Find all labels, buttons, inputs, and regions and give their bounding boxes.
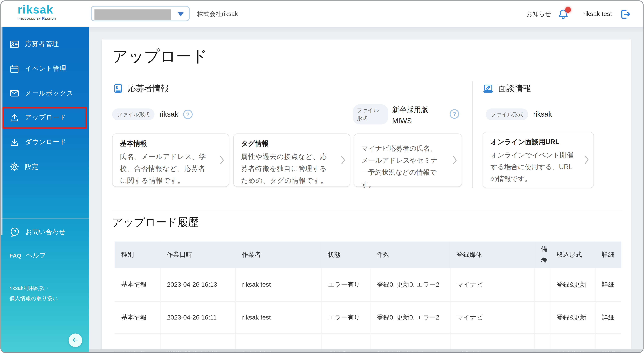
col-header-counts: 件数 bbox=[370, 241, 450, 268]
cell-note bbox=[534, 268, 550, 302]
tag-info-card[interactable]: タグ情報 属性や過去の接点など、応募者特徴を独自に管理するための、タグの情報です… bbox=[233, 133, 350, 187]
main-area: アップロード 応募者情報 bbox=[89, 27, 643, 352]
chevron-right-icon bbox=[339, 154, 347, 165]
col-header-status: 状態 bbox=[321, 241, 370, 268]
notification-badge-dot bbox=[565, 7, 571, 12]
col-header-media: 登録媒体 bbox=[450, 241, 534, 268]
recruit-logo-mark: R bbox=[42, 16, 45, 20]
table-row: 基本情報 2023-04-26 16:11 riksak test エラー有り … bbox=[114, 302, 621, 334]
notice-label: お知らせ bbox=[526, 10, 551, 18]
col-header-type: 種別 bbox=[114, 241, 160, 268]
riksak-logo: riksak PRODUCED BY RECRUIT bbox=[18, 4, 57, 20]
calendar-icon bbox=[10, 64, 20, 74]
notification-bell-button[interactable] bbox=[558, 8, 570, 20]
cell-datetime: 2023-04-26 16:13 bbox=[160, 268, 235, 302]
upload-history-title: アップロード履歴 bbox=[112, 215, 199, 230]
faq-icon: FAQ bbox=[10, 252, 20, 258]
sidebar-item-download[interactable]: ダウンロード bbox=[1, 130, 89, 154]
sidebar-item-mailbox[interactable]: メールボックス bbox=[1, 81, 89, 106]
horizontal-scrollbar[interactable] bbox=[89, 348, 643, 352]
interview-info-section-header: 面談情報 bbox=[482, 83, 531, 94]
sidebar-item-upload[interactable]: アップロード bbox=[1, 106, 89, 130]
redacted-select-value bbox=[94, 9, 171, 20]
sidebar-divider bbox=[1, 218, 89, 218]
cell-status: エラー有り bbox=[321, 302, 370, 334]
header-right-cluster: お知らせ riksak test bbox=[526, 1, 631, 27]
sidebar-item-events[interactable]: イベント管理 bbox=[1, 56, 89, 81]
col-header-operator: 作業者 bbox=[235, 241, 321, 268]
basic-info-card[interactable]: 基本情報 氏名、メールアドレス、学校、合否情報など、応募者に関する情報です。 bbox=[112, 133, 229, 187]
download-icon bbox=[10, 137, 20, 147]
cell-type: 基本情報 bbox=[114, 302, 160, 334]
file-format-value: riksak bbox=[159, 110, 178, 118]
col-header-format: 取込形式 bbox=[550, 241, 595, 268]
mail-icon bbox=[10, 88, 20, 98]
produced-by-text: PRODUCED BY RECRUIT bbox=[18, 17, 57, 20]
question-bubble-icon: ? bbox=[10, 227, 20, 237]
card-body: オンラインでイベント開催する場合に使用する、URLの情報です。 bbox=[490, 149, 574, 185]
cell-counts: 登録0, 更新0, エラー2 bbox=[370, 268, 450, 302]
table-header-row: 種別 作業日時 作業者 状態 件数 登録媒体 備考 取込形式 詳細 bbox=[114, 241, 621, 268]
section-vertical-divider bbox=[472, 81, 473, 188]
cell-operator: riksak test bbox=[235, 268, 321, 302]
sidebar-item-settings[interactable]: 設定 bbox=[1, 154, 89, 179]
company-select[interactable] bbox=[91, 6, 190, 22]
help-icon[interactable]: ? bbox=[183, 110, 192, 119]
cell-media: マイナビ bbox=[450, 302, 534, 334]
page-title: アップロード bbox=[112, 46, 208, 67]
top-header: riksak PRODUCED BY RECRUIT 株式会社riksak お知… bbox=[1, 1, 643, 27]
cell-media: マイナビ bbox=[450, 268, 534, 302]
detail-link[interactable]: 詳細 bbox=[595, 302, 622, 334]
app-window: riksak PRODUCED BY RECRUIT 株式会社riksak お知… bbox=[0, 0, 644, 353]
collapse-sidebar-button[interactable] bbox=[68, 333, 82, 347]
card-title: 基本情報 bbox=[120, 139, 210, 148]
sidebar-item-faq-help[interactable]: FAQ ヘルプ bbox=[1, 246, 89, 265]
miws-file-format: ファイル形式 新卒採用版 MIWS ? bbox=[353, 104, 459, 126]
company-name: 株式会社riksak bbox=[197, 1, 238, 27]
upload-history-table: 種別 作業日時 作業者 状態 件数 登録媒体 備考 取込形式 詳細 bbox=[114, 241, 621, 352]
cell-operator: riksak test bbox=[235, 302, 321, 334]
file-format-value: 新卒採用版 MIWS bbox=[392, 104, 436, 126]
cell-datetime: 2023-04-26 16:11 bbox=[160, 302, 235, 334]
logout-button[interactable] bbox=[619, 8, 631, 20]
terms-link[interactable]: riksak利用約款・ 個人情報の取り扱い bbox=[10, 283, 84, 304]
col-header-datetime: 作業日時 bbox=[160, 241, 235, 268]
file-format-badge: ファイル形式 bbox=[353, 104, 388, 124]
section-divider bbox=[112, 210, 621, 210]
upload-icon bbox=[10, 113, 20, 123]
online-interview-url-card[interactable]: オンライン面談用URL オンラインでイベント開催する場合に使用する、URLの情報… bbox=[482, 132, 594, 188]
cell-type: 基本情報 bbox=[114, 268, 160, 302]
content-panel: アップロード 応募者情報 bbox=[102, 39, 631, 352]
chevron-right-icon bbox=[583, 154, 590, 165]
detail-link[interactable]: 詳細 bbox=[595, 268, 622, 302]
browser-frame: riksak PRODUCED BY RECRUIT 株式会社riksak お知… bbox=[0, 0, 644, 353]
applicant-doc-icon bbox=[113, 83, 123, 93]
cell-import-format: 登録&更新 bbox=[550, 268, 595, 302]
help-icon[interactable]: ? bbox=[450, 109, 459, 118]
mynavi-info-card[interactable]: マイナビ応募者の氏名、メールアドレスやセミナー予約状況などの情報です。 bbox=[354, 133, 462, 187]
table-row: 基本情報 2023-04-26 16:13 riksak test エラー有り … bbox=[114, 268, 621, 302]
file-format-value: riksak bbox=[533, 110, 552, 118]
card-title: タグ情報 bbox=[241, 139, 331, 148]
card-body: 属性や過去の接点など、応募者特徴を独自に管理するための、タグの情報です。 bbox=[241, 150, 331, 187]
gear-icon bbox=[10, 162, 20, 172]
svg-text:?: ? bbox=[13, 229, 16, 234]
laptop-link-icon bbox=[482, 83, 494, 94]
id-card-icon bbox=[10, 40, 20, 49]
sidebar-item-applicants[interactable]: 応募者管理 bbox=[1, 32, 89, 56]
chevron-right-icon bbox=[451, 154, 458, 165]
sidebar: 応募者管理 イベント管理 メールボックス bbox=[1, 27, 89, 352]
brand-text: riksak bbox=[18, 4, 57, 16]
arrow-left-icon bbox=[71, 336, 79, 344]
file-format-badge: ファイル形式 bbox=[112, 108, 154, 120]
col-header-note: 備考 bbox=[534, 241, 550, 268]
col-header-detail: 詳細 bbox=[595, 241, 622, 268]
select-caret-icon bbox=[178, 12, 184, 16]
cell-counts: 登録0, 更新0, エラー2 bbox=[370, 302, 450, 334]
user-name: riksak test bbox=[584, 10, 612, 18]
applicant-info-section-header: 応募者情報 bbox=[113, 83, 169, 94]
cell-import-format: 登録&更新 bbox=[550, 302, 595, 334]
card-body: 氏名、メールアドレス、学校、合否情報など、応募者に関する情報です。 bbox=[120, 150, 210, 187]
cell-note bbox=[534, 302, 550, 334]
sidebar-item-contact[interactable]: ? お問い合わせ bbox=[1, 223, 89, 241]
